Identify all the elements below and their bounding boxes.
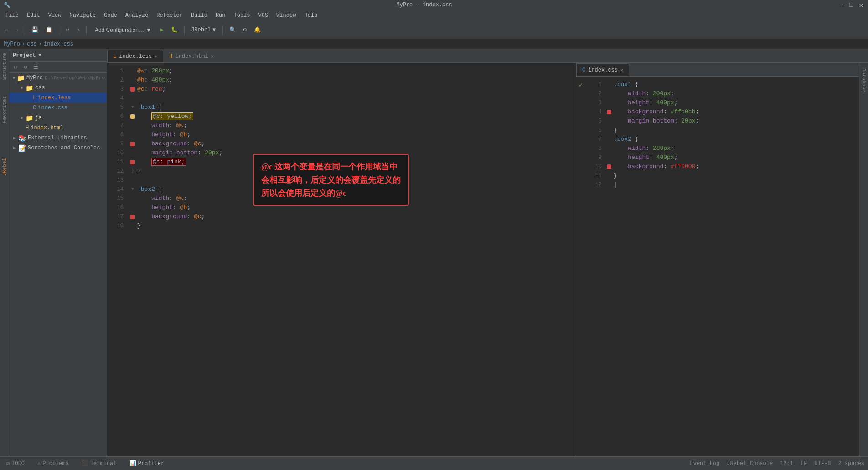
breakpoint-17[interactable] [130,215,135,219]
code-text-14: .box2 { [137,185,162,194]
status-encoding: UTF-8 [814,460,831,467]
gutter-15 [129,195,136,202]
toolbar-update-btn[interactable]: 🔔 [251,24,264,36]
tree-item-index-html[interactable]: H index.html [9,123,107,133]
left-line-numbers: 12345 678910 1112131415 161718 [107,63,125,456]
title-bar-left: 🔧 [4,2,10,9]
toolbar-search-btn[interactable]: 🔍 [227,24,239,36]
toolbar-save-btn[interactable]: 💾 [29,24,41,36]
breadcrumb: MyPro › css › index.css [0,39,868,49]
terminal-icon: ⬛ [82,460,88,467]
right-code-lines[interactable]: .box1 { width: 200px; height: 400px; [604,77,859,456]
favorites-tab[interactable]: Favorites [1,92,8,127]
profiler-button[interactable]: 📊 Profiler [127,459,167,468]
right-code-line-5: margin-bottom: 20px; [605,117,859,126]
minimize-button[interactable]: ─ [838,2,844,8]
run-button[interactable]: ▶ [158,24,166,36]
tree-item-index-less[interactable]: L index.less [9,93,107,103]
gutter-5: ▼ [129,104,136,111]
warn-dot-6[interactable] [130,114,135,119]
right-code-text-10: background: #ff0000; [614,162,699,171]
menu-navigate[interactable]: Navigate [66,11,99,20]
menu-build[interactable]: Build [187,11,211,20]
fold-arrow-14[interactable]: ▼ [131,185,134,194]
tree-icon-ext: 📚 [18,134,26,142]
breadcrumb-file2[interactable]: index.css [44,41,73,47]
add-configuration-button[interactable]: Add Configuration… ▼ [90,25,156,35]
menu-view[interactable]: View [45,11,65,20]
menu-refactor[interactable]: Refactor [153,11,186,20]
gutter-7 [129,122,136,129]
menu-edit[interactable]: Edit [23,11,44,20]
menu-file[interactable]: File [2,11,22,20]
menu-vcs[interactable]: VCS [255,11,272,20]
right-breakpoint-4[interactable] [607,110,611,114]
fold-arrow-12[interactable]: } [131,167,134,176]
right-code-text-1: .box1 { [614,80,639,89]
menu-run[interactable]: Run [212,11,229,20]
tree-arrow-root: ▼ [11,76,17,81]
menu-code[interactable]: Code [100,11,121,20]
tree-item-scratches[interactable]: ▶ 📝 Scratches and Consoles [9,143,107,153]
structure-tab[interactable]: Structure [1,49,8,83]
left-code-lines[interactable]: @w: 200px; @h: 400px; @c: red; [125,63,576,234]
jrebel-left-tab[interactable]: JRebel [1,154,8,180]
toolbar-back-btn[interactable]: ← [2,24,10,36]
tree-item-js-folder[interactable]: ▶ 📁 js [9,113,107,123]
toolbar-settings-btn[interactable]: ⚙ [241,24,249,36]
bottom-right: Event Log JRebel Console 12:1 LF UTF-8 2… [690,460,864,467]
tree-icon-less: L [33,95,36,101]
breakpoint-3[interactable] [130,87,135,92]
tab-close-less[interactable]: ✕ [155,54,157,59]
tree-item-ext-libs[interactable]: ▶ 📚 External Libraries [9,133,107,143]
right-code-text-2: width: 200px; [614,89,674,98]
gutter-13 [129,177,136,184]
debug-button[interactable]: 🐛 [168,24,181,36]
right-gutter-11 [605,172,613,179]
breadcrumb-file1[interactable]: css [27,41,37,47]
panel-collapse-all-btn[interactable]: ⊟ [11,63,20,72]
toolbar-forward-btn[interactable]: → [12,24,21,36]
close-button[interactable]: ✕ [858,2,864,8]
gutter-4 [129,95,136,102]
terminal-button[interactable]: ⬛ Terminal [79,459,119,468]
maximize-button[interactable]: □ [848,2,854,8]
event-log-link[interactable]: Event Log [690,460,720,467]
menu-help[interactable]: Help [300,11,321,20]
tab-index-less[interactable]: L index.less ✕ [107,50,163,62]
right-line-numbers: 12345 678910 1112 [585,77,604,456]
panel-filter-btn[interactable]: ☰ [31,63,40,72]
breakpoint-11[interactable] [130,160,135,164]
tree-item-css-folder[interactable]: ▼ 📁 css [9,83,107,93]
tab-close-html[interactable]: ✕ [211,54,213,59]
jrebel-button[interactable]: JRebel ▼ [188,24,218,36]
add-config-label: Add Configuration… [95,27,144,33]
code-line-9: background: @c; [129,139,576,148]
fold-arrow-5[interactable]: ▼ [131,103,134,112]
tree-item-root[interactable]: ▼ 📁 MyPro D:\Develop\Web\MyPro [9,73,107,83]
tab-index-css[interactable]: C index.css ✕ [576,63,629,76]
breakpoint-9[interactable] [130,142,135,146]
menu-analyze[interactable]: Analyze [122,11,152,20]
tab-index-html[interactable]: H index.html ✕ [163,50,219,62]
database-tab[interactable]: Database [860,65,868,96]
jrebel-console-link[interactable]: JRebel Console [727,460,773,467]
code-line-18: } [129,221,576,230]
right-code-text-9: height: 400px; [614,153,677,162]
tree-label-scratches: Scratches and Consoles [28,145,100,151]
breadcrumb-project[interactable]: MyPro [4,41,20,47]
menu-window[interactable]: Window [273,11,300,20]
toolbar-save-all-btn[interactable]: 📋 [43,24,55,36]
right-code-text-4: background: #ffc0cb; [614,107,699,117]
right-breakpoint-10[interactable] [607,164,611,169]
problems-button[interactable]: ⚠ Problems [35,459,72,468]
toolbar-redo-btn[interactable]: ↪ [74,24,83,36]
gutter-10 [129,149,136,157]
menu-tools[interactable]: Tools [230,11,254,20]
right-tab-close[interactable]: ✕ [620,67,623,73]
todo-button[interactable]: ☑ TODO [4,459,27,468]
project-dropdown-icon[interactable]: ▼ [38,53,41,58]
tree-item-index-css[interactable]: C index.css [9,103,107,113]
toolbar-undo-btn[interactable]: ↩ [63,24,72,36]
panel-settings-btn[interactable]: ⚙ [21,63,30,72]
